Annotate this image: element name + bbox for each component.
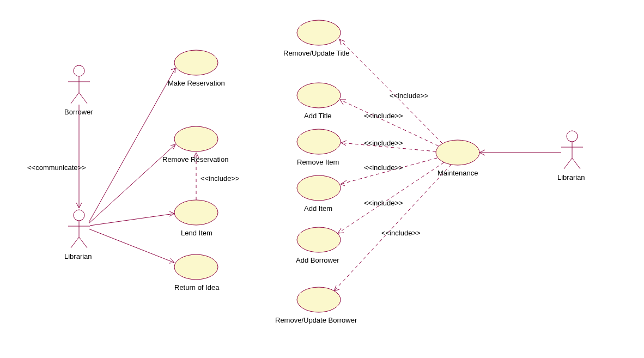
svg-line-3: [71, 93, 79, 104]
include-label-4: <<include>>: [364, 163, 403, 172]
include-label-3: <<include>>: [364, 139, 403, 147]
actor-label-borrower: Borrower: [64, 108, 93, 116]
usecase-label-remove-item: Remove Item: [297, 158, 339, 166]
svg-point-0: [74, 65, 84, 76]
include-maintenance-add-borrower: [338, 162, 444, 233]
actor-label-librarian-left: Librarian: [64, 252, 92, 260]
usecase-lend-item: [174, 200, 218, 225]
usecase-make-reservation: [174, 50, 218, 75]
usecase-maintenance: [436, 140, 479, 165]
svg-line-9: [79, 237, 87, 248]
assoc-label-communicate: <<communicate>>: [27, 163, 86, 172]
actor-librarian-left: [68, 210, 90, 248]
usecase-add-borrower: [297, 227, 341, 252]
assoc-librarian-lend-item: [90, 214, 174, 226]
usecase-label-remove-update-title: Remove/Update Title: [283, 49, 349, 57]
include-label-1: <<include>>: [390, 92, 429, 100]
include-label-6: <<include>>: [381, 229, 421, 237]
usecase-label-lend-item: Lend Item: [181, 229, 212, 237]
actor-librarian-right: [561, 131, 583, 169]
usecase-label-maintenance: Maintenance: [438, 169, 478, 177]
usecase-label-remove-reservation: Remove Reservation: [162, 155, 228, 163]
usecase-label-return-of-idea: Return of Idea: [174, 283, 219, 292]
usecase-label-add-item: Add Item: [304, 204, 332, 213]
usecase-remove-item: [297, 129, 341, 154]
include-label-lend: <<include>>: [201, 174, 240, 183]
include-label-2: <<include>>: [364, 112, 403, 120]
assoc-librarian-make-reservation: [89, 68, 175, 222]
usecase-remove-update-title: [297, 20, 341, 45]
usecase-add-title: [297, 83, 341, 108]
usecase-return-of-idea: [174, 254, 218, 280]
usecase-add-item: [297, 175, 341, 201]
usecase-remove-reservation: [174, 126, 218, 151]
usecase-label-remove-update-borrower: Remove/Update Borrower: [275, 316, 357, 324]
assoc-librarian-return-of-idea: [89, 229, 174, 263]
svg-line-14: [572, 158, 580, 169]
usecase-label-add-borrower: Add Borrower: [296, 256, 339, 264]
usecase-label-add-title: Add Title: [304, 112, 332, 120]
include-label-5: <<include>>: [364, 199, 403, 207]
usecase-label-make-reservation: Make Reservation: [168, 79, 225, 87]
svg-line-13: [564, 158, 572, 169]
svg-line-8: [71, 237, 79, 248]
actor-label-librarian-right: Librarian: [557, 173, 585, 181]
svg-point-10: [567, 131, 578, 142]
svg-line-4: [79, 93, 87, 104]
svg-point-5: [74, 210, 84, 221]
include-maintenance-remove-update-borrower: [334, 165, 451, 291]
actor-borrower: [68, 65, 90, 104]
